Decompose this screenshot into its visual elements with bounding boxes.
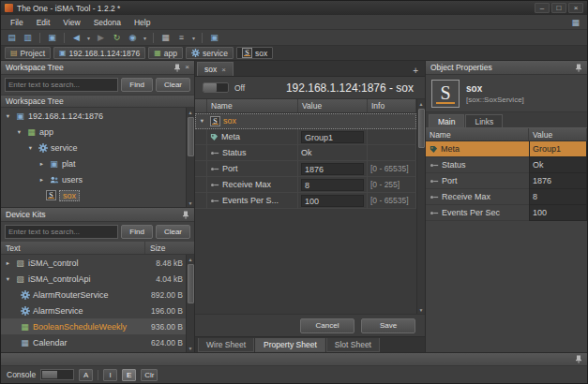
kit-row-isma-controlapi[interactable]: ▾ ▧ iSMA_controlApi 4.04 kB (1, 271, 194, 287)
kit-row-booleanscheduleweekly[interactable]: ▦ BooleanScheduleWeekly 936.00 B (1, 318, 194, 334)
breadcrumb-device[interactable]: ▣ 192.168.1.124:1876 (53, 47, 145, 59)
console-error-button[interactable]: E (122, 369, 136, 381)
menu-sedona[interactable]: Sedona (88, 17, 127, 28)
slider-knob[interactable] (42, 371, 57, 378)
scrollbar-thumb[interactable] (418, 109, 425, 148)
tab-property-sheet[interactable]: Property Sheet (255, 338, 325, 352)
expander-icon[interactable]: ▸ (4, 259, 12, 267)
device-kits-find-button[interactable]: Find (121, 225, 153, 239)
property-row-port[interactable]: Port 1876 [0 - 65535] (195, 161, 416, 177)
tree-node-sox[interactable]: S sox (1, 187, 194, 203)
device-kits-scrollbar[interactable]: ▲ ▼ (186, 255, 194, 352)
expander-icon[interactable]: ▾ (4, 275, 12, 283)
view-caret-icon[interactable]: ▾ (190, 35, 197, 41)
expander-icon[interactable]: ▾ (15, 128, 23, 136)
tree-node-users[interactable]: ▸ users (1, 171, 194, 187)
property-row-meta[interactable]: Meta Group1 (195, 129, 416, 145)
enable-toggle[interactable] (203, 82, 229, 93)
expander-icon[interactable]: ▾ (4, 112, 12, 120)
device-connect-icon[interactable]: ▣ (45, 32, 59, 44)
workspace-clear-button[interactable]: Clear (156, 78, 190, 92)
object-property-row-port[interactable]: Port 1876 (426, 173, 587, 189)
expander-icon[interactable]: ▸ (38, 176, 46, 184)
properties-panel-icon[interactable]: ▥ (21, 32, 35, 44)
kit-row-partial[interactable] (1, 350, 194, 352)
menu-help[interactable]: Help (128, 17, 156, 28)
console-filter-slider[interactable] (40, 369, 74, 380)
tab-wire-sheet[interactable]: Wire Sheet (198, 338, 254, 352)
menu-file[interactable]: File (5, 17, 29, 28)
layout-grid-icon[interactable]: ▦ (567, 18, 583, 27)
events-per-sec-value-input[interactable]: 100 (301, 195, 364, 207)
tab-sox[interactable]: sox × (197, 62, 234, 76)
breadcrumb-sox[interactable]: S sox (236, 47, 273, 59)
pin-icon[interactable] (575, 355, 582, 363)
maximize-button[interactable]: □ (551, 3, 566, 13)
list-view-icon[interactable]: ≡ (174, 32, 188, 44)
close-panel-icon[interactable]: × (185, 64, 189, 71)
scroll-down-icon[interactable]: ▼ (187, 199, 194, 207)
property-sheet-scrollbar[interactable]: ▲ ▼ (416, 99, 425, 314)
scrollbar-thumb[interactable] (188, 264, 194, 303)
pin-icon[interactable] (173, 64, 181, 72)
kit-row-alarmrouterservice[interactable]: AlarmRouterService 892.00 B (1, 287, 194, 303)
add-tab-icon[interactable]: + (408, 66, 423, 76)
minimize-button[interactable]: – (535, 3, 550, 13)
property-row-receive-max[interactable]: Receive Max 8 [0 - 255] (195, 177, 416, 193)
kit-row-isma-control[interactable]: ▸ ▧ iSMA_control 8.48 kB (1, 255, 194, 271)
column-text[interactable]: Text (1, 242, 145, 254)
monitor-icon[interactable]: ▣ (207, 32, 221, 44)
menu-edit[interactable]: Edit (31, 17, 56, 28)
tree-node-plat[interactable]: ▸ ▣ plat (1, 155, 194, 171)
workspace-tree-scrollbar[interactable]: ▲ ▼ (186, 108, 194, 207)
scroll-down-icon[interactable]: ▼ (417, 305, 425, 314)
device-kits-clear-button[interactable]: Clear (156, 225, 190, 239)
pin-icon[interactable] (575, 64, 582, 72)
expander-icon[interactable]: ▸ (38, 160, 46, 168)
workspace-search-input[interactable] (5, 78, 118, 92)
close-button[interactable]: × (568, 3, 583, 13)
object-property-row-receive-max[interactable]: Receive Max 8 (426, 189, 587, 205)
breadcrumb-app[interactable]: ▦ app (148, 47, 183, 59)
back-icon[interactable]: ◀ (69, 32, 83, 44)
object-property-row-status[interactable]: Status Ok (426, 157, 587, 173)
property-row-events-per-sec[interactable]: Events Per S... 100 [0 - 65535] (195, 193, 416, 209)
column-name[interactable]: Name (207, 99, 298, 112)
property-row-status[interactable]: Status Ok (195, 145, 416, 161)
refresh-icon[interactable]: ↻ (110, 32, 124, 44)
tab-close-icon[interactable]: × (221, 66, 226, 74)
menu-view[interactable]: View (57, 17, 85, 28)
tree-node-device[interactable]: ▾ ▣ 192.168.1.124:1876 (1, 108, 194, 124)
expander-icon[interactable]: ▾ (198, 117, 206, 125)
history-icon[interactable]: ◉ (126, 32, 140, 44)
column-name[interactable]: Name (426, 128, 529, 140)
history-caret-icon[interactable]: ▾ (142, 35, 148, 41)
property-row-root[interactable]: ▾ Ssox (195, 113, 416, 129)
column-value[interactable]: Value (529, 128, 587, 140)
breadcrumb-service[interactable]: service (186, 47, 234, 59)
device-kits-search-input[interactable] (5, 225, 118, 239)
workspace-find-button[interactable]: Find (121, 78, 153, 92)
grid-view-icon[interactable]: ▦ (158, 32, 173, 44)
breadcrumb-project[interactable]: ▤ Project (5, 47, 51, 59)
meta-value-input[interactable]: Group1 (301, 131, 364, 143)
save-button[interactable]: Save (361, 318, 415, 333)
column-info[interactable]: Info (368, 99, 416, 112)
scroll-up-icon[interactable]: ▲ (187, 108, 194, 116)
receive-max-value-input[interactable]: 8 (301, 179, 364, 191)
column-value[interactable]: Value (298, 99, 368, 112)
port-value-input[interactable]: 1876 (301, 163, 364, 175)
tree-node-app[interactable]: ▾ ▦ app (1, 124, 194, 140)
kit-row-calendar[interactable]: ▦ Calendar 624.00 B (1, 334, 194, 350)
object-property-row-events-per-sec[interactable]: Events Per Sec 100 (426, 205, 587, 221)
cancel-button[interactable]: Cancel (300, 318, 354, 333)
scrollbar-thumb[interactable] (188, 117, 194, 156)
console-all-button[interactable]: A (79, 369, 93, 381)
console-clear-button[interactable]: Clr (141, 369, 158, 381)
back-history-caret-icon[interactable]: ▾ (85, 35, 92, 41)
scroll-up-icon[interactable]: ▲ (187, 255, 194, 263)
scroll-down-icon[interactable]: ▼ (187, 344, 194, 352)
pin-icon[interactable] (182, 211, 189, 219)
scroll-up-icon[interactable]: ▲ (417, 99, 425, 108)
kit-row-alarmservice[interactable]: AlarmService 196.00 B (1, 303, 194, 318)
